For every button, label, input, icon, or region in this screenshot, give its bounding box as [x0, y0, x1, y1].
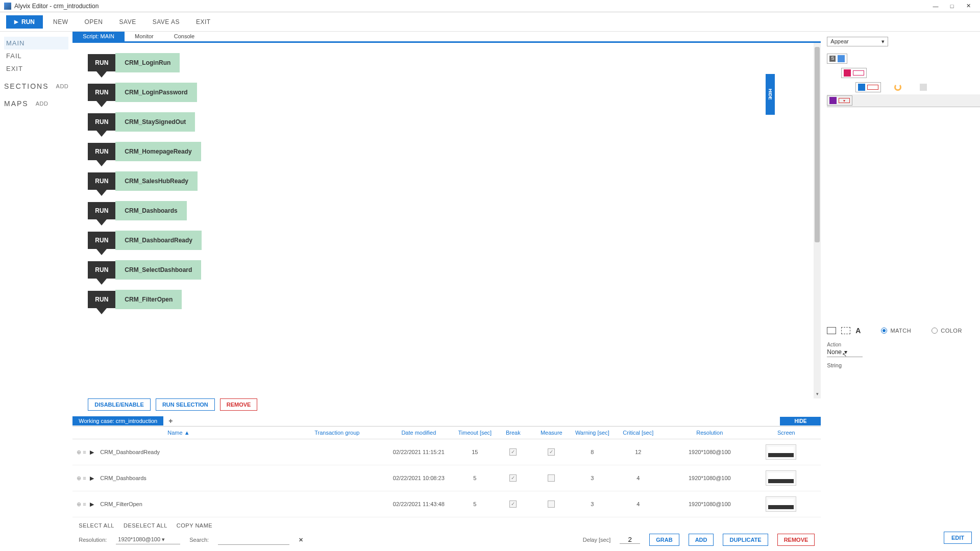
- tab-console[interactable]: Console: [164, 32, 205, 41]
- grab-button[interactable]: GRAB: [649, 534, 679, 546]
- tab-script[interactable]: Script: MAIN: [72, 32, 125, 41]
- add-map-button[interactable]: ADD: [36, 101, 48, 107]
- save-as-button[interactable]: SAVE AS: [146, 15, 186, 29]
- color-radio[interactable]: COLOR: [932, 328, 962, 334]
- step-run-6[interactable]: RUN: [88, 232, 115, 249]
- step-run-4[interactable]: RUN: [88, 172, 115, 190]
- table-row[interactable]: ⊕ ≡ ▶ CRM_Dashboards 02/22/2021 10:08:23…: [72, 465, 821, 491]
- appear-select[interactable]: Appear▾: [827, 37, 888, 46]
- col-break[interactable]: Break: [495, 430, 531, 436]
- step-run-5[interactable]: RUN: [88, 202, 115, 219]
- match-radio[interactable]: MATCH: [881, 328, 911, 334]
- step-run-2[interactable]: RUN: [88, 113, 115, 131]
- measure-checkbox[interactable]: [548, 500, 555, 508]
- step-name-5[interactable]: CRM_Dashboards: [115, 201, 186, 220]
- hide-table-button[interactable]: HIDE: [780, 417, 821, 425]
- play-row-icon[interactable]: ▶: [90, 475, 97, 482]
- step-name-3[interactable]: CRM_HomepageReady: [115, 142, 201, 161]
- step-run-0[interactable]: RUN: [88, 54, 115, 71]
- step-name-6[interactable]: CRM_DashboardReady: [115, 231, 202, 250]
- step-name-0[interactable]: CRM_LoginRun: [115, 53, 180, 72]
- remove-case-button[interactable]: REMOVE: [777, 534, 815, 546]
- col-measure[interactable]: Measure: [531, 430, 572, 436]
- script-scrollbar[interactable]: ▾: [814, 43, 821, 398]
- open-button[interactable]: OPEN: [79, 15, 109, 29]
- tree-node-3-selected[interactable]: ▾: [827, 95, 852, 106]
- lines-icon[interactable]: ≡: [83, 449, 90, 455]
- resolution-label: Resolution:: [79, 537, 107, 543]
- step-run-1[interactable]: RUN: [88, 84, 115, 101]
- lines-icon[interactable]: ≡: [83, 501, 90, 507]
- select-all-button[interactable]: SELECT ALL: [79, 522, 114, 529]
- table-row[interactable]: ⊕ ≡ ▶ CRM_FilterOpen 02/22/2021 11:43:48…: [72, 491, 821, 517]
- hide-right-tab[interactable]: HIDE: [766, 74, 775, 115]
- deselect-all-button[interactable]: DESELECT ALL: [124, 522, 167, 529]
- col-timeout[interactable]: Timeout [sec]: [454, 430, 495, 436]
- drag-handle-icon[interactable]: ⊕: [77, 475, 83, 482]
- close-icon[interactable]: ✕: [961, 1, 976, 11]
- col-name[interactable]: Name ▲: [77, 430, 291, 436]
- text-detector-icon[interactable]: A: [855, 327, 861, 335]
- clear-search-icon[interactable]: ✕: [299, 537, 303, 543]
- play-row-icon[interactable]: ▶: [90, 449, 97, 456]
- duplicate-button[interactable]: DUPLICATE: [723, 534, 768, 546]
- delay-input[interactable]: [620, 536, 640, 544]
- add-button[interactable]: ADD: [689, 534, 714, 546]
- rect-detector-icon[interactable]: [841, 327, 850, 334]
- step-run-3[interactable]: RUN: [88, 143, 115, 160]
- tree-node-1[interactable]: [841, 68, 867, 78]
- step-run-8[interactable]: RUN: [88, 291, 115, 308]
- loading-icon: [894, 84, 901, 91]
- drag-handle-icon[interactable]: ⊕: [77, 449, 83, 456]
- lines-icon[interactable]: ≡: [83, 475, 90, 481]
- step-name-4[interactable]: CRM_SalesHubReady: [115, 171, 198, 191]
- drag-handle-icon[interactable]: ⊕: [77, 501, 83, 508]
- nav-fail[interactable]: FAIL: [4, 49, 68, 62]
- tab-monitor[interactable]: Monitor: [125, 32, 164, 41]
- disable-enable-button[interactable]: DISABLE/ENABLE: [88, 398, 151, 411]
- step-name-2[interactable]: CRM_StaySignedOut: [115, 112, 195, 132]
- working-case-tab[interactable]: Working case: crm_introduction: [72, 416, 163, 425]
- screen-thumbnail[interactable]: [766, 444, 796, 460]
- measure-checkbox[interactable]: [548, 448, 555, 456]
- save-button[interactable]: SAVE: [113, 15, 142, 29]
- remove-step-button[interactable]: REMOVE: [220, 398, 258, 411]
- step-name-8[interactable]: CRM_FilterOpen: [115, 290, 182, 309]
- col-screen[interactable]: Screen: [755, 430, 817, 436]
- tree-root[interactable]: S: [827, 54, 847, 64]
- run-button[interactable]: RUN: [6, 15, 43, 29]
- exit-button[interactable]: EXIT: [190, 15, 217, 29]
- nav-exit[interactable]: EXIT: [4, 62, 68, 75]
- col-critical[interactable]: Critical [sec]: [612, 430, 664, 436]
- screen-thumbnail[interactable]: [766, 470, 796, 486]
- col-date-modified[interactable]: Date modified: [383, 430, 454, 436]
- add-case-button[interactable]: +: [163, 417, 178, 425]
- measure-checkbox[interactable]: [548, 474, 555, 482]
- screen-thumbnail[interactable]: [766, 496, 796, 512]
- script-area: RUNCRM_LoginRunRUNCRM_LoginPasswordRUNCR…: [72, 43, 821, 398]
- image-detector-icon[interactable]: [827, 327, 836, 334]
- run-selection-button[interactable]: RUN SELECTION: [156, 398, 215, 411]
- col-resolution[interactable]: Resolution: [664, 430, 755, 436]
- break-checkbox[interactable]: [509, 474, 517, 482]
- action-select[interactable]: None▾ ↖: [827, 347, 863, 357]
- step-run-7[interactable]: RUN: [88, 261, 115, 279]
- edit-button[interactable]: EDIT: [944, 532, 972, 544]
- maximize-icon[interactable]: □: [944, 1, 960, 11]
- table-row[interactable]: ⊕ ≡ ▶ CRM_DashboardReady 02/22/2021 11:1…: [72, 439, 821, 465]
- new-button[interactable]: NEW: [47, 15, 75, 29]
- copy-name-button[interactable]: COPY NAME: [177, 522, 212, 529]
- tree-node-2[interactable]: [855, 82, 881, 92]
- resolution-select[interactable]: 980*551@100 ▾: [116, 535, 180, 544]
- break-checkbox[interactable]: [509, 448, 517, 456]
- col-transaction-group[interactable]: Transaction group: [291, 430, 383, 436]
- minimize-icon[interactable]: —: [928, 1, 943, 11]
- add-section-button[interactable]: ADD: [56, 83, 69, 89]
- search-input[interactable]: [218, 535, 289, 545]
- nav-main[interactable]: MAIN: [4, 37, 68, 49]
- step-name-1[interactable]: CRM_LoginPassword: [115, 83, 197, 102]
- break-checkbox[interactable]: [509, 500, 517, 508]
- step-name-7[interactable]: CRM_SelectDashboard: [115, 260, 201, 280]
- col-warning[interactable]: Warning [sec]: [572, 430, 612, 436]
- play-row-icon[interactable]: ▶: [90, 501, 97, 508]
